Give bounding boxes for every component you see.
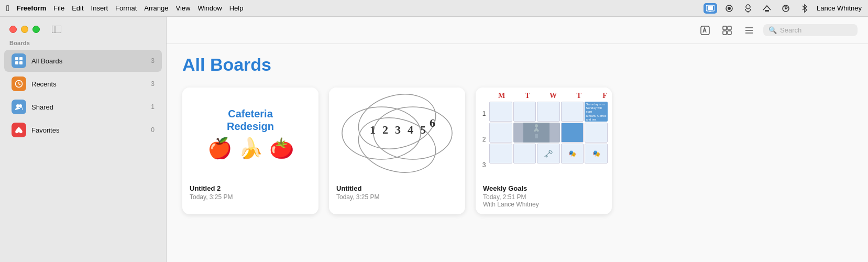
- fullscreen-button[interactable]: [32, 26, 40, 33]
- board-info-1: Untitled 2 Today, 3:25 PM: [182, 179, 318, 207]
- svg-rect-15: [19, 61, 23, 64]
- sidebar: Boards All Boards 3 Recents 3: [0, 17, 167, 262]
- svg-text:6: 6: [430, 116, 435, 129]
- board-info-2: Untitled Today, 3:25 PM: [329, 179, 465, 207]
- sidebar-item-favorites[interactable]: Favorites 0: [4, 119, 162, 141]
- numbers-svg: 1 2 3 4 5 6: [339, 93, 455, 174]
- badge1: 🎭: [568, 150, 576, 157]
- app-container: Boards All Boards 3 Recents 3: [0, 17, 868, 262]
- svg-rect-13: [19, 57, 23, 60]
- board-name-1: Untitled 2: [190, 184, 311, 192]
- badge2: 🎭: [592, 150, 600, 157]
- board-card-1[interactable]: CafeteriaRedesign 🍎 🍌 🍅 Untitled 2 Today…: [182, 88, 318, 214]
- board-thumbnail-2: 1 2 3 4 5 6: [329, 88, 465, 179]
- bluetooth-icon[interactable]: [798, 3, 811, 14]
- svg-rect-1: [708, 6, 713, 10]
- board-card-2[interactable]: 1 2 3 4 5 6 Untitled Today, 3:25 PM: [329, 88, 465, 214]
- grid-view-button[interactable]: [719, 23, 735, 38]
- cal-row-1: 1: [480, 102, 488, 126]
- cal-cell-r3c3-key: 🗝️: [537, 144, 560, 163]
- cal-label-w: W: [541, 92, 565, 100]
- svg-rect-24: [728, 31, 731, 35]
- sidebar-section-boards: Boards: [0, 40, 166, 49]
- shared-icon: [12, 100, 26, 114]
- menu-edit[interactable]: Edit: [72, 4, 83, 12]
- all-boards-label: All Boards: [31, 57, 146, 65]
- svg-rect-21: [723, 26, 727, 30]
- favorites-icon: [12, 123, 26, 137]
- close-button[interactable]: [9, 26, 17, 33]
- sidebar-item-recents[interactable]: Recents 3: [4, 73, 162, 95]
- cal-cell-text: Saturday sunSunday will startat 9am. Cof…: [586, 103, 607, 122]
- list-view-button[interactable]: [741, 23, 757, 38]
- board-name-3: Weekly Goals: [483, 184, 605, 192]
- board-date-2: Today, 3:25 PM: [336, 193, 458, 201]
- board-date-1: Today, 3:25 PM: [190, 193, 311, 201]
- screen-share-icon[interactable]: [704, 3, 717, 14]
- traffic-lights-row: [0, 17, 166, 40]
- svg-rect-12: [15, 57, 18, 60]
- board-card-3[interactable]: M T W T F 1 2 3: [476, 88, 612, 214]
- recents-label: Recents: [31, 80, 146, 88]
- cal-label-f: F: [592, 92, 612, 100]
- minimize-button[interactable]: [21, 26, 28, 33]
- svg-text:5: 5: [420, 123, 426, 136]
- recents-icon: [12, 77, 26, 91]
- cal-cell-r2c5: [585, 123, 608, 143]
- toolbar: 🔍: [167, 17, 868, 44]
- search-input[interactable]: [780, 26, 848, 34]
- user-name: Lance Whitney: [817, 4, 862, 12]
- svg-text:1: 1: [370, 123, 376, 136]
- apple-icon: 🍎: [207, 137, 232, 160]
- cal-cell-r3c4: 🎭: [561, 144, 584, 163]
- menubar:  Freeform File Edit Insert Format Arran…: [0, 0, 868, 17]
- svg-rect-22: [728, 26, 731, 30]
- apple-menu[interactable]: : [6, 4, 9, 13]
- svg-point-5: [746, 5, 750, 9]
- banana-icon: 🍌: [238, 137, 263, 160]
- screen-record-icon[interactable]: [722, 3, 736, 14]
- menubar-right: Lance Whitney: [704, 3, 862, 14]
- boards-grid: CafeteriaRedesign 🍎 🍌 🍅 Untitled 2 Today…: [182, 88, 852, 214]
- cafeteria-content: CafeteriaRedesign 🍎 🍌 🍅: [207, 107, 294, 160]
- sidebar-toggle[interactable]: [49, 24, 64, 35]
- cal-label-m: M: [489, 92, 514, 100]
- menu-help[interactable]: Help: [229, 4, 244, 12]
- board-name-2: Untitled: [336, 184, 458, 192]
- sidebar-item-all-boards[interactable]: All Boards 3: [4, 50, 162, 72]
- app-name[interactable]: Freeform: [17, 4, 46, 12]
- cal-cell-r1c4: [561, 102, 584, 122]
- menu-window[interactable]: Window: [197, 4, 222, 12]
- shared-count: 1: [151, 103, 155, 111]
- all-boards-count: 3: [151, 57, 155, 64]
- cal-cell-r2c1: [489, 123, 512, 143]
- favorites-count: 0: [151, 126, 155, 134]
- cal-row-2: 2: [480, 127, 488, 152]
- favorites-label: Favorites: [31, 126, 146, 134]
- search-box[interactable]: 🔍: [763, 24, 858, 36]
- cal-cell-r3c5: 🎭: [585, 144, 608, 163]
- svg-point-39: [535, 124, 538, 127]
- cal-label-t1: T: [515, 92, 540, 100]
- audio-icon[interactable]: [741, 3, 755, 14]
- new-board-button[interactable]: [697, 23, 713, 38]
- menu-format[interactable]: Format: [115, 4, 137, 12]
- svg-rect-23: [723, 31, 727, 35]
- board-thumbnail-3: M T W T F 1 2 3: [476, 88, 612, 179]
- cal-cell-r3c1: [489, 144, 512, 163]
- shared-label: Shared: [31, 103, 146, 111]
- svg-rect-2: [709, 11, 711, 12]
- airdrop-icon[interactable]: [779, 3, 793, 14]
- sidebar-item-shared[interactable]: Shared 1: [4, 96, 162, 118]
- menu-view[interactable]: View: [176, 4, 191, 12]
- search-icon: 🔍: [768, 26, 777, 34]
- menu-insert[interactable]: Insert: [91, 4, 108, 12]
- cal-cell-r3c2: [513, 144, 536, 163]
- menu-file[interactable]: File: [53, 4, 64, 12]
- cal-label-t2: T: [567, 92, 591, 100]
- cal-cell-r1c5: Saturday sunSunday will startat 9am. Cof…: [585, 102, 608, 122]
- svg-text:4: 4: [408, 123, 413, 136]
- airplay-icon[interactable]: [760, 3, 774, 14]
- menu-arrange[interactable]: Arrange: [144, 4, 168, 12]
- svg-point-4: [728, 7, 731, 10]
